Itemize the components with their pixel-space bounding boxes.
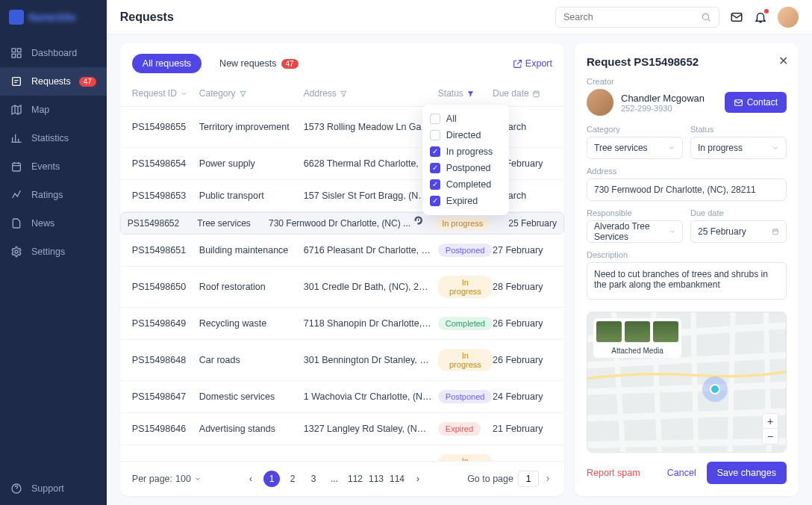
page-prev[interactable]: ‹ [243, 471, 259, 487]
filter-option-completed[interactable]: Completed [430, 176, 502, 193]
checkbox[interactable] [430, 114, 440, 124]
calendar-icon [772, 228, 779, 235]
sidebar-item-news[interactable]: News [0, 209, 107, 238]
bell-icon[interactable] [754, 10, 767, 24]
user-avatar[interactable] [778, 7, 799, 28]
checkbox[interactable] [430, 163, 440, 173]
tab-new-requests[interactable]: New requests 47 [209, 54, 309, 73]
per-page-selector[interactable]: Per page: 100 [132, 474, 202, 484]
status-filter-dropdown: AllDirectedIn progressPostponedCompleted… [422, 105, 509, 215]
export-button[interactable]: Export [513, 58, 552, 69]
table-row[interactable]: PS15498645Territory improvement157 Shoe … [120, 445, 564, 461]
chevron-down-icon [668, 144, 675, 152]
status-badge: Postponed [438, 244, 493, 257]
creator-avatar [587, 89, 613, 116]
sidebar-item-settings[interactable]: Settings [0, 238, 107, 266]
table-row[interactable]: PS15498647Domestic services1 Wachovia Ct… [120, 381, 564, 413]
category-select[interactable]: Tree services [587, 137, 683, 159]
dashboard-icon [10, 47, 22, 59]
page-3[interactable]: 3 [305, 471, 322, 487]
svg-rect-0 [12, 49, 16, 52]
search-input-wrap[interactable] [555, 7, 719, 28]
svg-rect-12 [773, 229, 778, 235]
sidebar-item-dashboard[interactable]: Dashboard [0, 39, 107, 67]
svg-rect-3 [17, 54, 21, 58]
creator-name: Chandler Mcgowan [621, 93, 705, 104]
table-row[interactable]: PS15498649Recycling waste7118 Shanopin D… [120, 308, 564, 340]
sidebar-item-requests[interactable]: Requests47 [0, 67, 107, 96]
creator-phone: 252-299-3930 [621, 104, 705, 113]
zoom-out[interactable]: − [763, 429, 778, 444]
map-icon [10, 104, 22, 116]
filter-option-all[interactable]: All [430, 111, 502, 127]
search-icon [701, 12, 711, 22]
table-row[interactable]: PS15498646Advertising stands1327 Langley… [120, 413, 564, 445]
address-input[interactable]: 730 Fernwood Dr Charlotte, (NC), 28211 [587, 179, 787, 201]
filter-option-directed[interactable]: Directed [430, 127, 502, 143]
sidebar-item-ratings[interactable]: Ratings [0, 181, 107, 209]
status-badge: In progress [438, 454, 493, 461]
page-1[interactable]: 1 [263, 471, 280, 487]
app-logo[interactable]: NameSite [0, 0, 107, 34]
tab-all-requests[interactable]: All requests [132, 54, 202, 73]
chevron-right-icon[interactable] [543, 474, 552, 483]
page-title: Requests [120, 10, 174, 24]
close-icon[interactable]: ✕ [778, 54, 788, 68]
table-row[interactable]: PS15498648Car roads301 Bennington Dr Sta… [120, 340, 564, 381]
col-address[interactable]: Address [304, 88, 438, 99]
report-spam-link[interactable]: Report spam [587, 468, 640, 478]
goto-input[interactable] [518, 471, 539, 487]
table-row[interactable]: PS15498651Building maintenance6716 Pleas… [120, 235, 564, 267]
status-badge: Postponed [438, 390, 493, 403]
search-input[interactable] [563, 12, 701, 22]
mail-icon[interactable] [730, 10, 743, 24]
checkbox[interactable] [430, 196, 440, 206]
export-icon [513, 59, 522, 69]
filter-icon [340, 90, 348, 98]
table-row[interactable]: PS15498650Roof restoration301 Credle Dr … [120, 267, 564, 308]
col-category[interactable]: Category [199, 88, 304, 99]
badge: 47 [79, 77, 96, 87]
attached-media[interactable]: Attached Media [593, 318, 681, 358]
save-button[interactable]: Save changes [707, 462, 787, 484]
settings-icon [10, 246, 22, 258]
checkbox[interactable] [430, 146, 440, 157]
news-icon [10, 217, 22, 229]
svg-point-6 [15, 250, 18, 253]
page-next[interactable]: › [410, 471, 426, 487]
checkbox[interactable] [430, 130, 440, 140]
col-status[interactable]: Status [438, 88, 493, 99]
stats-icon [10, 132, 22, 144]
cancel-button[interactable]: Cancel [667, 468, 696, 478]
map-panel[interactable]: Attached Media + − [587, 312, 787, 453]
new-requests-badge: 47 [281, 59, 299, 69]
filter-option-postponed[interactable]: Postponed [430, 160, 502, 176]
sidebar-item-map[interactable]: Map [0, 96, 107, 124]
page-2[interactable]: 2 [284, 471, 301, 487]
calendar-icon [532, 90, 540, 98]
contact-button[interactable]: Contact [725, 92, 787, 113]
page-114[interactable]: 114 [389, 471, 405, 487]
col-due-date[interactable]: Due date [493, 88, 552, 99]
page-113[interactable]: 113 [368, 471, 384, 487]
filter-option-expired[interactable]: Expired [430, 193, 502, 209]
svg-rect-5 [13, 163, 21, 171]
svg-rect-1 [17, 49, 21, 52]
svg-rect-4 [13, 78, 21, 86]
checkbox[interactable] [430, 179, 440, 190]
status-select[interactable]: In progress [690, 137, 787, 159]
filter-option-in-progress[interactable]: In progress [430, 143, 502, 160]
page-112[interactable]: 112 [347, 471, 363, 487]
responsible-select[interactable]: Alverado Tree Services [587, 220, 683, 243]
support-link[interactable]: Support [0, 472, 107, 505]
status-badge: In progress [434, 217, 490, 230]
status-badge: Completed [438, 317, 493, 330]
sidebar-item-events[interactable]: Events [0, 152, 107, 181]
description-input[interactable]: Need to cut branches of trees and shrubs… [587, 262, 787, 300]
goto-label: Go to page [467, 474, 513, 484]
sidebar-item-statistics[interactable]: Statistics [0, 124, 107, 152]
due-date-input[interactable]: 25 February [690, 220, 787, 243]
table-row[interactable]: PS15498652Tree services730 Fernwood Dr C… [120, 212, 564, 235]
col-request-id[interactable]: Request ID [132, 88, 199, 99]
zoom-in[interactable]: + [763, 414, 778, 429]
